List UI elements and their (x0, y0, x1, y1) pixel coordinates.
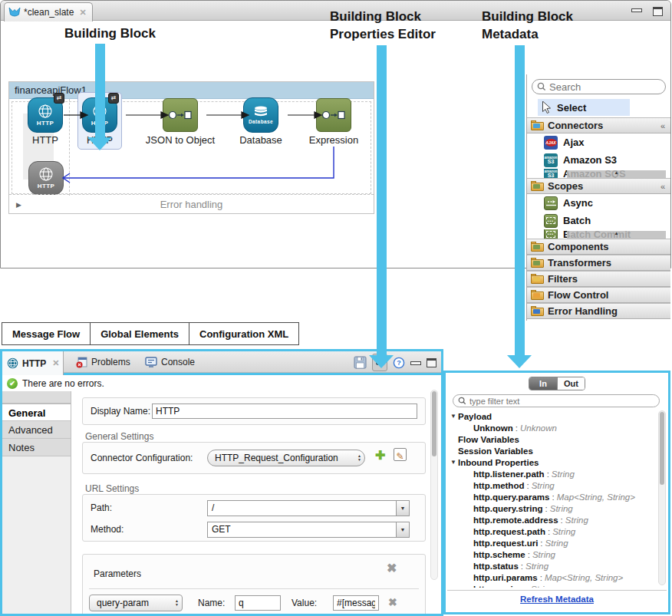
display-name-input[interactable] (152, 404, 417, 419)
metadata-tree-item-http-version[interactable]: http.version:String (450, 583, 651, 588)
side-tab-notes[interactable]: Notes (2, 439, 71, 456)
clear-parameters-icon[interactable]: ✖ (387, 561, 397, 575)
palette-search-input[interactable] (549, 81, 649, 93)
metadata-tree-item-session-variables[interactable]: Session Variables (450, 445, 651, 456)
palette-item-batch-commit[interactable]: •••Batch Commit▲ (527, 229, 670, 239)
annotation-line: Metadata (482, 25, 573, 43)
metadata-tree-item-http-request-uri[interactable]: http.request.uri:String (450, 537, 651, 548)
method-dropdown[interactable]: GET ▼ (207, 522, 410, 538)
save-icon[interactable] (354, 356, 367, 369)
search-icon (458, 397, 466, 405)
palette-section-connectors[interactable]: Connectors« (527, 117, 670, 133)
connector-config-value: HTTP_Request_Configuration (215, 453, 338, 463)
collapse-icon[interactable]: « (660, 121, 665, 130)
palette-item-batch[interactable]: •••Batch (527, 212, 670, 229)
scrollbar-thumb[interactable] (660, 412, 664, 485)
side-tab-general[interactable]: General (2, 404, 71, 421)
tab-global-elements[interactable]: Global Elements (91, 322, 189, 345)
tab-message-flow[interactable]: Message Flow (2, 322, 91, 345)
maximize-icon[interactable] (653, 7, 663, 16)
metadata-scrollbar[interactable] (658, 410, 666, 585)
help-icon[interactable]: ? (393, 357, 405, 369)
in-toggle[interactable]: In (529, 377, 557, 390)
metadata-tree-item-http-request-path[interactable]: http.request.path:String (450, 525, 651, 537)
metadata-tree-item-http-uri-params[interactable]: http.uri.params:Map<String, String> (450, 572, 651, 583)
tree-expanded-icon[interactable]: ▼ (450, 459, 458, 466)
chevron-down-icon[interactable]: ▼ (396, 522, 409, 537)
console-icon (145, 357, 157, 367)
chevron-down-icon[interactable]: ▼ (396, 501, 409, 516)
expander-icon[interactable]: ▶ (16, 201, 21, 209)
palette-section-flow-control[interactable]: Flow Control (527, 287, 670, 303)
palette-section-scopes[interactable]: Scopes« (527, 178, 670, 194)
edit-config-icon[interactable]: ✎ (394, 448, 407, 461)
tree-item-name: http.version (473, 585, 524, 588)
tab-problems[interactable]: Problems (76, 351, 130, 373)
metadata-tree-item-http-scheme[interactable]: http.scheme:String (450, 548, 651, 560)
param-value-input[interactable] (333, 595, 379, 611)
metadata-filter-input[interactable] (469, 397, 654, 406)
path-dropdown[interactable]: / ▼ (207, 500, 410, 516)
parameters-group: Parameters ✖ query-param ▲▼ Name: Value:… (82, 554, 426, 616)
metadata-tree-item-flow-variables[interactable]: Flow Variables (450, 433, 651, 445)
palette-search-box[interactable] (532, 79, 666, 94)
tree-item-type: String (550, 504, 573, 513)
param-name-label: Name: (198, 598, 225, 608)
tab-http[interactable]: HTTP ✕ (2, 351, 64, 375)
tree-expanded-icon[interactable]: ▼ (450, 413, 458, 420)
metadata-tree-item-payload[interactable]: ▼Payload (450, 410, 651, 422)
minimize-icon[interactable] (631, 8, 642, 12)
tab-label: Console (161, 357, 195, 367)
palette-section-components[interactable]: Components (527, 239, 670, 255)
side-tab-advanced[interactable]: Advanced (2, 421, 71, 439)
palette-item-label: Batch (563, 215, 591, 226)
properties-scrollbar[interactable] (430, 390, 438, 580)
metadata-tree-item-http-listener-path[interactable]: http.listener.path:String (450, 468, 651, 479)
scroll-more-overlay: ▲ (567, 170, 666, 178)
tree-type-separator: : (545, 527, 552, 536)
metadata-tree-item-http-method[interactable]: http.method:String (450, 479, 651, 491)
metadata-tree-item-inbound-properties[interactable]: ▼Inbound Properties (450, 456, 651, 468)
metadata-tree-item-unknown[interactable]: Unknown:Unknown (450, 422, 651, 433)
palette-item-ajax[interactable]: AJAXAjax (527, 133, 670, 151)
palette-section-filters[interactable]: Filters (527, 271, 670, 287)
param-type-dropdown[interactable]: query-param ▲▼ (89, 595, 183, 611)
param-name-input[interactable] (235, 595, 281, 611)
scrollbar-thumb[interactable] (432, 391, 436, 456)
close-icon[interactable]: ✕ (79, 8, 86, 18)
maximize-icon[interactable] (427, 358, 436, 367)
tree-item-type: String (552, 469, 575, 479)
path-value: / (208, 501, 396, 516)
palette-select-tool[interactable]: Select (538, 99, 630, 116)
collapse-icon[interactable]: « (660, 182, 665, 191)
out-toggle[interactable]: Out (557, 377, 585, 390)
tree-item-name: Unknown (473, 423, 513, 433)
palette-item-async[interactable]: Async (527, 194, 670, 212)
refresh-metadata-link[interactable]: Refresh Metadata (446, 595, 668, 604)
tree-item-type: Map<String, String> (557, 492, 635, 502)
metadata-tree-item-http-query-params[interactable]: http.query.params:Map<String, String> (450, 491, 651, 502)
error-handling-bar[interactable]: ▶ Error handling (9, 194, 374, 213)
connector-config-dropdown[interactable]: HTTP_Request_Configuration ▲▼ (207, 450, 365, 466)
close-icon[interactable]: ✕ (52, 358, 59, 368)
properties-editor-arrowhead (369, 355, 394, 368)
palette-item-amazon-sqs[interactable]: amazonS3Amazon SQS▲ (527, 169, 670, 178)
search-icon (537, 82, 546, 91)
tab-console[interactable]: Console (145, 351, 195, 373)
tab-configuration-xml[interactable]: Configuration XML (189, 322, 299, 345)
metadata-tree-item-http-query-string[interactable]: http.query.string:String (450, 502, 651, 514)
palette-section-error-handling[interactable]: Error Handling (527, 303, 670, 319)
properties-editor-panel: HTTP ✕ Problems Console ? ✔ There are no… (0, 349, 443, 616)
tab-clean-slate[interactable]: *clean_slate ✕ (4, 2, 93, 21)
param-value-label: Value: (292, 598, 317, 608)
palette-item-amazon-s3[interactable]: amazonS3Amazon S3 (527, 151, 670, 169)
metadata-tree-item-http-remote-address[interactable]: http.remote.address:String (450, 514, 651, 525)
metadata-filter-box[interactable] (453, 394, 660, 407)
add-config-icon[interactable]: ✚ (375, 448, 385, 463)
palette-section-label: Error Handling (548, 305, 618, 317)
remove-parameter-icon[interactable]: ✖ (388, 596, 397, 608)
minimize-icon[interactable] (410, 361, 421, 365)
palette-section-transformers[interactable]: Transformers (527, 255, 670, 271)
metadata-tree-item-http-status[interactable]: http.status:String (450, 560, 651, 572)
folder-icon (531, 274, 544, 284)
